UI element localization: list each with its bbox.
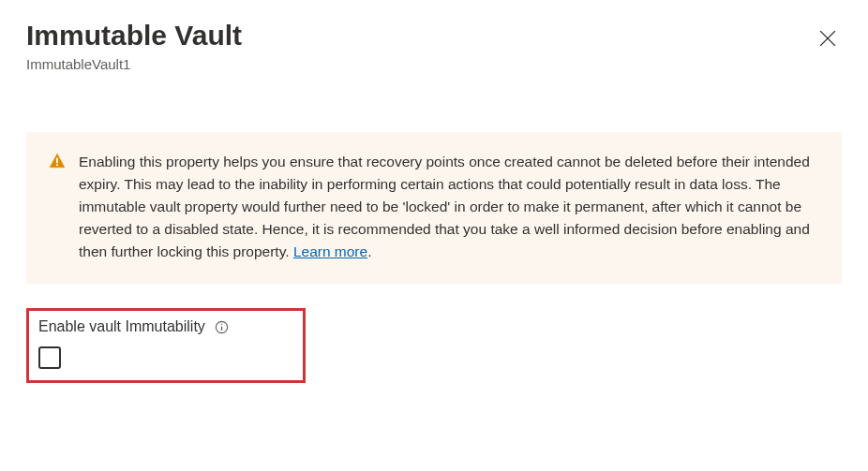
warning-text: Enabling this property helps you ensure … xyxy=(79,151,819,263)
panel-header: Immutable Vault ImmutableVault1 xyxy=(26,19,842,72)
learn-more-link[interactable]: Learn more xyxy=(293,243,367,259)
enable-immutability-label: Enable vault Immutability xyxy=(38,318,205,335)
warning-icon xyxy=(49,153,66,173)
page-subtitle: ImmutableVault1 xyxy=(26,56,242,72)
warning-banner: Enabling this property helps you ensure … xyxy=(26,132,842,284)
checkbox-label-row: Enable vault Immutability xyxy=(38,318,293,335)
warning-message: Enabling this property helps you ensure … xyxy=(79,154,810,259)
close-icon xyxy=(819,36,836,50)
svg-rect-3 xyxy=(56,164,58,166)
page-title: Immutable Vault xyxy=(26,19,242,52)
svg-rect-2 xyxy=(56,158,58,164)
enable-immutability-section: Enable vault Immutability xyxy=(26,308,306,383)
info-icon[interactable] xyxy=(215,320,229,334)
svg-point-6 xyxy=(221,323,223,325)
title-block: Immutable Vault ImmutableVault1 xyxy=(26,19,242,72)
enable-immutability-checkbox[interactable] xyxy=(38,346,61,369)
close-button[interactable] xyxy=(814,24,842,55)
